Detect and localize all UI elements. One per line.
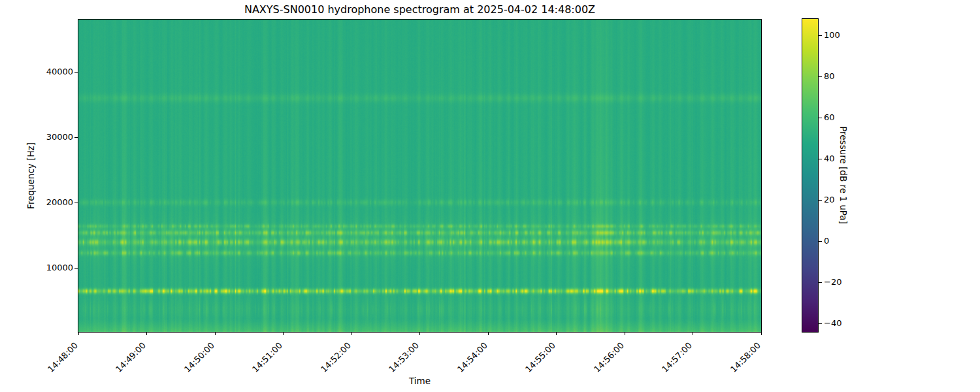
x-tick-mark [488,333,489,335]
x-tick-label: 14:54:00 [455,340,489,374]
x-tick-mark [761,333,762,335]
x-tick-label: 14:51:00 [250,340,284,374]
colorbar-tick-label: 0 [824,236,829,246]
x-tick-label: 14:56:00 [592,340,626,374]
colorbar-tick-label: −20 [824,277,841,287]
y-tick-label: 40000 [46,67,73,77]
colorbar-tick-mark [819,323,822,324]
x-tick-mark [556,333,557,335]
y-tick-label: 30000 [46,132,73,142]
x-tick-label: 14:50:00 [182,340,216,374]
x-axis-label: Time [78,376,761,386]
spectrogram-figure: NAXYS-SN0010 hydrophone spectrogram at 2… [0,0,980,392]
spectrogram-heatmap [78,20,761,332]
colorbar-tick-mark [819,241,822,242]
x-tick-mark [693,333,693,335]
colorbar-tick-mark [819,200,822,201]
x-tick-mark [351,333,352,335]
x-tick-label: 14:58:00 [728,340,762,374]
colorbar-tick-mark [819,118,822,118]
y-tick-mark [74,203,78,203]
y-tick-label: 20000 [46,197,73,208]
chart-title: NAXYS-SN0010 hydrophone spectrogram at 2… [78,3,761,16]
x-tick-mark [419,333,420,335]
x-tick-mark [283,333,284,335]
y-tick-mark [74,72,78,73]
x-tick-mark [78,333,79,335]
colorbar-tick-label: 80 [824,71,835,82]
x-tick-label: 14:53:00 [387,340,421,374]
x-tick-label: 14:55:00 [523,340,557,374]
x-tick-mark [146,333,147,335]
y-tick-mark [74,137,78,138]
x-tick-label: 14:52:00 [319,340,353,374]
x-tick-label: 14:48:00 [46,340,80,374]
colorbar-tick-mark [819,282,822,283]
x-tick-mark [215,333,216,335]
colorbar-tick-label: 40 [824,154,835,164]
colorbar-tick-label: 20 [824,195,835,205]
y-tick-label: 10000 [46,263,73,273]
x-tick-label: 14:57:00 [660,340,694,374]
colorbar-tick-mark [819,159,822,159]
colorbar-tick-label: −40 [824,318,841,329]
colorbar-tick-label: 100 [824,30,840,41]
colorbar [802,18,819,333]
plot-area [78,19,762,333]
x-tick-mark [625,333,625,335]
x-tick-label: 14:49:00 [114,340,148,374]
y-axis-label: Frequency [Hz] [25,142,36,209]
colorbar-label: Pressure [dB re 1 uPa] [838,126,849,224]
colorbar-tick-label: 60 [824,112,835,123]
colorbar-tick-mark [819,35,822,36]
y-tick-mark [74,268,78,269]
colorbar-tick-mark [819,76,822,77]
